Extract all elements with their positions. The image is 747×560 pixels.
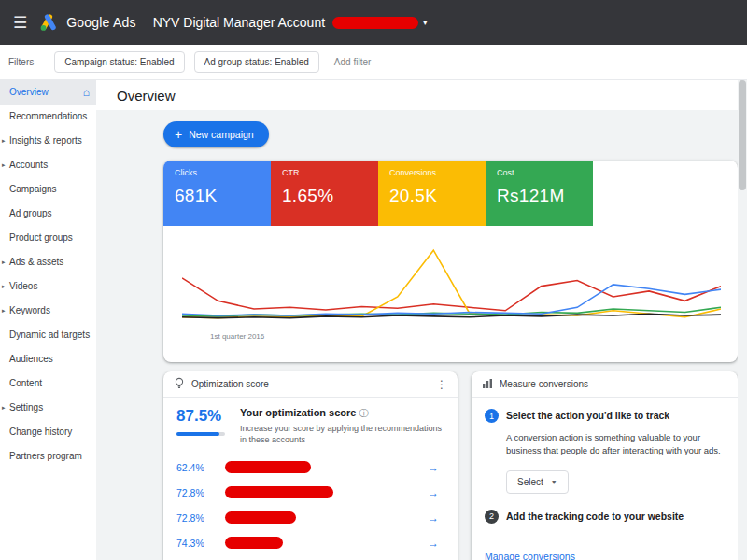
account-score: 72.8% bbox=[176, 487, 223, 498]
sidebar-item-label: Keywords bbox=[9, 305, 50, 315]
sidebar-item-label: Dynamic ad targets bbox=[9, 329, 90, 340]
lightbulb-icon bbox=[174, 376, 185, 393]
score-text-block: Your optimization scoreⓘ Increase your s… bbox=[240, 407, 446, 445]
metric-ctr[interactable]: CTR 1.65% bbox=[271, 161, 378, 226]
page-title: Overview bbox=[96, 80, 747, 104]
overview-chart-card: Clicks 681K CTR 1.65% Conversions 20.5K … bbox=[163, 161, 738, 362]
conversion-step-1: 1 Select the action you'd like to track bbox=[485, 409, 725, 423]
chart-x-axis-label: 1st quarter 2016 bbox=[210, 332, 264, 341]
sidebar-item-label: Product groups bbox=[9, 232, 73, 243]
sidebar-item-audiences[interactable]: Audiences bbox=[0, 347, 96, 371]
account-score-row[interactable]: 74.3% → bbox=[176, 530, 446, 555]
menu-icon[interactable]: ☰ bbox=[0, 13, 38, 33]
account-score-row[interactable]: 82.5% → bbox=[176, 555, 446, 560]
sidebar-item-keywords[interactable]: ▸ Keywords bbox=[0, 299, 96, 323]
go-to-account-arrow-icon[interactable]: → bbox=[428, 461, 446, 474]
expand-arrow-icon: ▸ bbox=[2, 396, 6, 420]
sidebar-item-label: Ads & assets bbox=[9, 257, 63, 267]
home-icon: ⌂ bbox=[83, 80, 90, 105]
new-campaign-label: New campaign bbox=[189, 129, 253, 140]
select-label: Select bbox=[517, 477, 543, 487]
sidebar-item-partners-program[interactable]: Partners program bbox=[0, 444, 96, 469]
kebab-menu-icon[interactable]: ⋮ bbox=[436, 378, 447, 391]
conversion-step-2: 2 Add the tracking code to your website bbox=[485, 510, 725, 524]
sidebar-item-label: Partners program bbox=[9, 451, 82, 461]
score-progress-fill bbox=[176, 432, 219, 436]
account-score-row[interactable]: 72.8% → bbox=[176, 480, 446, 505]
sidebar-item-accounts[interactable]: ▸ Accounts bbox=[0, 153, 96, 177]
vertical-scrollbar[interactable] bbox=[738, 80, 747, 560]
account-score: 74.3% bbox=[176, 538, 223, 549]
redacted-account-name bbox=[225, 537, 283, 549]
filter-bar: Filters Campaign status: Enabled Ad grou… bbox=[0, 45, 747, 80]
sidebar-item-label: Settings bbox=[9, 402, 43, 413]
new-campaign-button[interactable]: + New campaign bbox=[163, 121, 269, 147]
sidebar-item-label: Ad groups bbox=[9, 208, 52, 218]
filter-chip-ad-group-status[interactable]: Ad group status: Enabled bbox=[194, 51, 319, 73]
score-heading: Your optimization scoreⓘ bbox=[240, 407, 446, 420]
metric-label: Cost bbox=[497, 168, 593, 177]
manage-conversions-link[interactable]: Manage conversions bbox=[485, 551, 575, 560]
title-row: Overview bbox=[96, 80, 747, 110]
account-name: NYV Digital Manager Account bbox=[153, 15, 325, 30]
sidebar-item-settings[interactable]: ▸ Settings bbox=[0, 396, 96, 420]
sidebar-item-label: Accounts bbox=[9, 160, 48, 170]
sidebar-item-ads-assets[interactable]: ▸ Ads & assets bbox=[0, 250, 96, 274]
plus-icon: + bbox=[175, 127, 182, 142]
overall-optimization-score: 87.5% bbox=[176, 407, 225, 426]
go-to-account-arrow-icon[interactable]: → bbox=[428, 537, 446, 550]
step-number-badge: 1 bbox=[485, 409, 499, 423]
step-title: Add the tracking code to your website bbox=[506, 510, 684, 522]
metric-cost[interactable]: Cost Rs121M bbox=[486, 161, 593, 226]
info-icon[interactable]: ⓘ bbox=[359, 408, 368, 418]
optimization-card-title: Optimization score bbox=[191, 379, 269, 389]
expand-arrow-icon: ▸ bbox=[2, 250, 6, 274]
account-score: 72.8% bbox=[176, 512, 223, 524]
account-score: 62.4% bbox=[176, 462, 223, 473]
sidebar-item-dynamic-ad-targets[interactable]: Dynamic ad targets bbox=[0, 323, 96, 347]
account-score-list: 62.4% → 72.8% → 72.8% → bbox=[176, 455, 446, 560]
go-to-account-arrow-icon[interactable]: → bbox=[428, 486, 446, 499]
filters-label: Filters bbox=[8, 57, 34, 67]
select-caret-icon: ▼ bbox=[551, 479, 557, 485]
sidebar-item-campaigns[interactable]: Campaigns bbox=[0, 177, 96, 202]
sidebar-item-ad-groups[interactable]: Ad groups bbox=[0, 202, 96, 226]
score-progress-bar bbox=[176, 432, 225, 436]
product-name: Google Ads bbox=[66, 15, 135, 30]
redacted-account-id bbox=[332, 17, 418, 29]
metric-conversions[interactable]: Conversions 20.5K bbox=[378, 161, 486, 226]
sidebar-item-change-history[interactable]: Change history bbox=[0, 420, 96, 444]
sidebar-item-content[interactable]: Content bbox=[0, 371, 96, 396]
conversions-card-header: Measure conversions bbox=[472, 371, 738, 398]
account-score-row[interactable]: 62.4% → bbox=[176, 455, 446, 480]
conversion-action-select[interactable]: Select ▼ bbox=[506, 470, 569, 494]
sidebar-item-label: Change history bbox=[9, 427, 72, 437]
sidebar-item-label: Campaigns bbox=[9, 184, 57, 194]
sidebar-item-overview[interactable]: Overview ⌂ bbox=[0, 80, 96, 105]
expand-arrow-icon: ▸ bbox=[2, 274, 6, 299]
sidebar-item-label: Overview bbox=[9, 87, 49, 97]
sidebar-item-product-groups[interactable]: Product groups bbox=[0, 226, 96, 250]
sidebar-item-label: Content bbox=[9, 378, 42, 388]
filter-chip-campaign-status[interactable]: Campaign status: Enabled bbox=[54, 51, 184, 73]
account-score-row[interactable]: 72.8% → bbox=[176, 505, 446, 530]
account-dropdown-icon[interactable]: ▾ bbox=[423, 18, 428, 27]
metric-value: Rs121M bbox=[497, 186, 593, 206]
add-filter-button[interactable]: Add filter bbox=[334, 57, 371, 67]
sidebar-item-recommendations[interactable]: Recommendations bbox=[0, 105, 96, 129]
sidebar-item-insights-reports[interactable]: ▸ Insights & reports bbox=[0, 129, 96, 153]
metric-clicks[interactable]: Clicks 681K bbox=[163, 161, 271, 226]
conversions-card-title: Measure conversions bbox=[500, 379, 588, 389]
scrollbar-thumb[interactable] bbox=[739, 80, 746, 190]
metric-label: Clicks bbox=[175, 168, 271, 177]
google-ads-app: ☰ Google Ads NYV Digital Manager Account… bbox=[0, 0, 747, 560]
redacted-account-name bbox=[225, 511, 296, 524]
metric-label: CTR bbox=[282, 168, 378, 177]
metric-value: 681K bbox=[175, 186, 271, 206]
conversions-card-body: 1 Select the action you'd like to track … bbox=[472, 398, 738, 524]
sidebar-item-videos[interactable]: ▸ Videos bbox=[0, 274, 96, 299]
go-to-account-arrow-icon[interactable]: → bbox=[428, 511, 446, 525]
sidebar-item-label: Audiences bbox=[9, 354, 53, 364]
metric-label: Conversions bbox=[389, 168, 486, 177]
bar-chart-icon bbox=[482, 376, 493, 393]
